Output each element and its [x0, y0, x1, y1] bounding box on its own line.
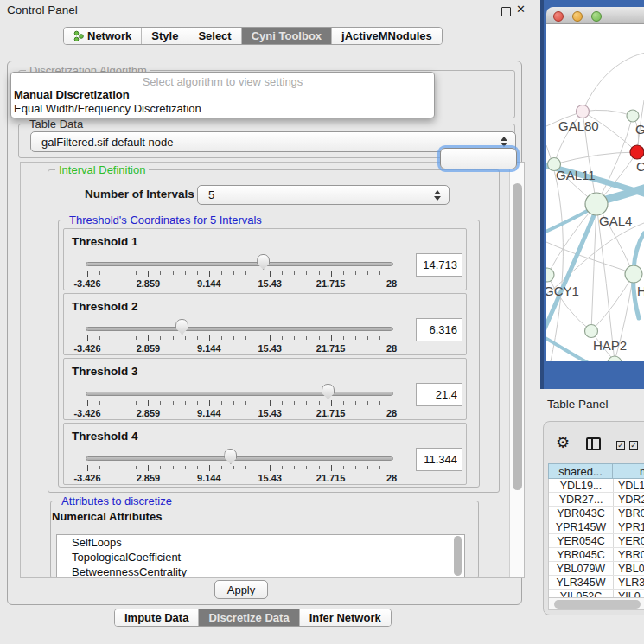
- zoom-window-icon[interactable]: [591, 11, 602, 22]
- algorithm-combo[interactable]: [440, 148, 517, 169]
- threshold-value-field[interactable]: [416, 253, 462, 277]
- network-node-red-selected[interactable]: [630, 145, 644, 159]
- slider-track[interactable]: [86, 327, 393, 331]
- table-row[interactable]: YIL052CYIL0: [549, 590, 644, 597]
- list-item[interactable]: BetweennessCentrality: [57, 564, 464, 578]
- network-node-h[interactable]: [625, 265, 642, 283]
- table-row[interactable]: YBL079WYBL0: [549, 562, 644, 576]
- columns-icon[interactable]: [586, 437, 601, 450]
- scrollbar-thumb[interactable]: [513, 183, 522, 490]
- threshold-value-field[interactable]: [416, 448, 462, 471]
- slider-thumb[interactable]: [322, 384, 335, 399]
- cyni-toolbox-panel: Discretization Algorithm Table Data galF…: [7, 61, 522, 605]
- dropdown-option-manual[interactable]: Manual Discretization: [11, 88, 434, 102]
- network-node-gcy1[interactable]: [546, 268, 554, 282]
- network-node-partial[interactable]: [608, 356, 622, 361]
- slider-thumb[interactable]: [257, 254, 270, 270]
- tick-label: 9.144: [185, 278, 233, 289]
- slider-thumb[interactable]: [175, 319, 188, 335]
- tick-label: 2.859: [124, 343, 172, 354]
- gear-icon[interactable]: ⚙: [556, 435, 570, 450]
- checkbox-icon[interactable]: ✓: [616, 441, 625, 450]
- slider-track[interactable]: [86, 262, 393, 266]
- network-node-hap2[interactable]: [585, 325, 598, 338]
- tab-infer-network[interactable]: Infer Network: [300, 609, 391, 626]
- svg-text:H: H: [637, 284, 644, 298]
- checkbox-icon[interactable]: ✓: [629, 441, 638, 450]
- list-item[interactable]: TopologicalCoefficient: [57, 550, 464, 564]
- major-tick: [331, 335, 332, 341]
- table-cell: YIL052C: [549, 590, 614, 597]
- dropdown-option-equal-width[interactable]: Equal Width/Frequency Discretization: [11, 102, 434, 116]
- network-window-titlebar[interactable]: [546, 7, 644, 24]
- tick-label: 28: [367, 343, 416, 354]
- tick-label: -3.426: [63, 278, 112, 289]
- table-row[interactable]: YER054CYER0: [549, 534, 644, 548]
- tick-label: -3.426: [63, 473, 112, 483]
- tab-jactivemnodules[interactable]: jActiveMNodules: [332, 28, 442, 44]
- minimize-window-icon[interactable]: [572, 11, 583, 22]
- threshold-value-field[interactable]: [416, 318, 462, 341]
- table-cell: YDL1: [614, 479, 644, 492]
- table-row[interactable]: YDR27...YDR2: [549, 493, 644, 507]
- table-h-scrollbar[interactable]: [548, 597, 644, 610]
- svg-text:HAP2: HAP2: [593, 338, 627, 353]
- table-cell: YER054C: [549, 534, 614, 547]
- network-node-g[interactable]: [627, 110, 639, 122]
- gene-table: shared... n YDL19...YDL1YDR27...YDR2YBR0…: [548, 463, 644, 597]
- column-header-shared[interactable]: shared...: [548, 463, 613, 479]
- numerical-attributes-label: Numerical Attributes: [52, 510, 162, 523]
- network-icon: [73, 30, 84, 41]
- network-view[interactable]: GAL80 G C GAL11 GAL4 GCY1 H HAP2: [546, 24, 644, 361]
- tab-label: jActiveMNodules: [341, 29, 432, 42]
- list-item[interactable]: SelfLoops: [57, 535, 464, 550]
- major-tick: [392, 400, 392, 406]
- tab-style[interactable]: Style: [142, 28, 188, 44]
- network-node-gal80[interactable]: [577, 105, 590, 118]
- major-tick: [209, 335, 210, 341]
- tab-label: Discretize Data: [208, 611, 289, 624]
- combo-value: galFiltered.sif default node: [41, 136, 173, 149]
- float-panel-icon[interactable]: [501, 7, 511, 16]
- table-row[interactable]: YBR043CYBR0: [549, 507, 644, 520]
- close-window-icon[interactable]: [553, 11, 564, 22]
- algorithm-dropdown-popup: Select algorithm to view settings Manual…: [10, 72, 435, 118]
- table-cell: YLR345W: [549, 576, 614, 589]
- slider-track[interactable]: [86, 392, 393, 396]
- threshold-4-card: Threshold 4 -3.4262.8599.14415.4321.7152…: [63, 423, 467, 485]
- scrollbar-thumb[interactable]: [554, 600, 641, 609]
- table-cell: YDL19...: [549, 479, 614, 492]
- tab-network[interactable]: Network: [64, 28, 142, 44]
- table-row[interactable]: YPR145WYPR1: [549, 520, 644, 534]
- apply-button[interactable]: Apply: [214, 580, 268, 599]
- slider-thumb[interactable]: [224, 449, 237, 464]
- list-scrollbar[interactable]: [453, 536, 463, 578]
- major-tick: [209, 271, 210, 277]
- major-tick: [148, 335, 149, 341]
- tick-label: 28: [367, 473, 416, 483]
- table-row[interactable]: YBR045CYBR0: [549, 548, 644, 562]
- network-node-gal4[interactable]: [585, 193, 608, 215]
- tab-discretize-data[interactable]: Discretize Data: [199, 609, 299, 626]
- slider-track[interactable]: [86, 456, 393, 461]
- table-row[interactable]: YLR345WYLR3: [549, 576, 644, 590]
- tick-label: 2.859: [124, 278, 172, 289]
- tab-cyni-toolbox[interactable]: Cyni Toolbox: [242, 28, 332, 44]
- tab-select[interactable]: Select: [188, 28, 241, 44]
- svg-text:GAL4: GAL4: [599, 214, 632, 228]
- close-panel-icon[interactable]: ✕: [516, 3, 526, 16]
- slider-scale: -3.4262.8599.14415.4321.71528: [87, 336, 392, 354]
- number-of-intervals-combo[interactable]: 5: [197, 185, 450, 205]
- svg-text:C: C: [636, 159, 644, 174]
- column-header-name[interactable]: n: [613, 463, 644, 479]
- tab-label: Select: [198, 29, 231, 42]
- threshold-value-field[interactable]: [416, 383, 462, 406]
- tab-label: Infer Network: [309, 611, 381, 624]
- group-title: Table Data: [26, 118, 86, 131]
- settings-scrollbar[interactable]: [509, 163, 524, 577]
- tab-impute-data[interactable]: Impute Data: [115, 609, 199, 626]
- table-row[interactable]: YDL19...YDL1: [549, 479, 644, 493]
- table-cell: YDR2: [614, 493, 644, 506]
- spinner-arrows-icon: [434, 190, 441, 201]
- threshold-label: Threshold 3: [72, 365, 138, 378]
